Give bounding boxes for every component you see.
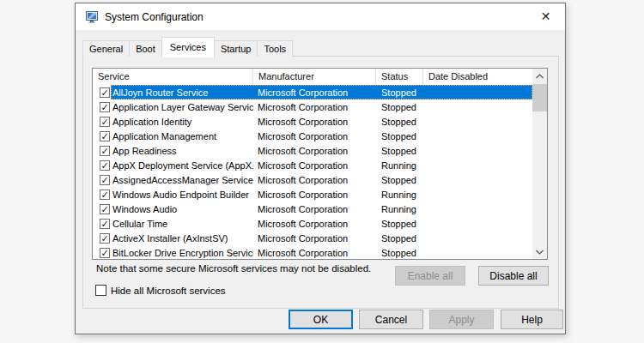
- service-row[interactable]: ✓AllJoyn Router ServiceMicrosoft Corpora…: [93, 85, 532, 99]
- service-row[interactable]: ✓AppX Deployment Service (AppX...Microso…: [93, 158, 532, 172]
- service-manufacturer: Microsoft Corporation: [253, 233, 376, 244]
- service-name: Windows Audio Endpoint Builder: [111, 190, 253, 200]
- checkbox-label: Hide all Microsoft services: [111, 286, 226, 296]
- service-status: Stopped: [376, 131, 423, 141]
- service-checkbox[interactable]: ✓: [100, 204, 110, 214]
- cancel-button[interactable]: Cancel: [359, 310, 423, 329]
- service-checkbox-cell: ✓: [93, 143, 111, 158]
- services-list[interactable]: ServiceManufacturerStatusDate Disabled ✓…: [92, 68, 548, 260]
- scrollbar-thumb[interactable]: [532, 84, 547, 111]
- service-row-main: BitLocker Drive Encryption ServiceMicros…: [111, 245, 532, 259]
- service-checkbox-cell: ✓: [93, 99, 111, 114]
- service-row-main: Cellular TimeMicrosoft CorporationStoppe…: [111, 216, 532, 231]
- tab-bar: GeneralBootServicesStartupTools: [82, 37, 292, 57]
- service-checkbox-cell: ✓: [93, 202, 111, 216]
- service-checkbox-cell: ✓: [93, 216, 111, 231]
- service-checkbox[interactable]: ✓: [100, 219, 110, 229]
- service-manufacturer: Microsoft Corporation: [253, 102, 376, 112]
- service-row[interactable]: ✓Application IdentityMicrosoft Corporati…: [93, 114, 532, 129]
- service-checkbox-cell: ✓: [93, 85, 111, 99]
- tab-tools[interactable]: Tools: [257, 40, 293, 57]
- service-name: Windows Audio: [111, 204, 253, 214]
- service-checkbox-cell: ✓: [93, 187, 111, 202]
- tab-boot[interactable]: Boot: [129, 40, 162, 57]
- disable-all-button[interactable]: Disable all: [478, 266, 549, 286]
- service-manufacturer: Microsoft Corporation: [253, 146, 376, 156]
- hide-microsoft-services-checkbox[interactable]: Hide all Microsoft services: [95, 285, 226, 296]
- service-row-main: AssignedAccessManager ServiceMicrosoft C…: [111, 172, 532, 187]
- service-name: Application Identity: [111, 117, 253, 127]
- service-name: ActiveX Installer (AxInstSV): [111, 233, 253, 244]
- service-checkbox[interactable]: ✓: [100, 117, 110, 127]
- list-header: ServiceManufacturerStatusDate Disabled: [93, 69, 532, 85]
- tab-services[interactable]: Services: [161, 37, 215, 57]
- service-row[interactable]: ✓App ReadinessMicrosoft CorporationStopp…: [93, 143, 532, 158]
- service-row-main: ActiveX Installer (AxInstSV)Microsoft Co…: [111, 231, 532, 245]
- enable-all-button[interactable]: Enable all: [395, 266, 465, 286]
- scroll-up-icon[interactable]: [532, 69, 547, 83]
- service-row-main: AppX Deployment Service (AppX...Microsof…: [111, 158, 532, 172]
- service-manufacturer: Microsoft Corporation: [253, 117, 376, 127]
- service-row[interactable]: ✓Windows Audio Endpoint BuilderMicrosoft…: [93, 187, 532, 202]
- service-row[interactable]: ✓BitLocker Drive Encryption ServiceMicro…: [93, 245, 532, 259]
- service-name: Application Management: [111, 131, 253, 141]
- service-row-main: Windows Audio Endpoint BuilderMicrosoft …: [111, 187, 532, 202]
- service-row[interactable]: ✓Windows AudioMicrosoft CorporationRunni…: [93, 202, 532, 216]
- service-row-main: Windows AudioMicrosoft CorporationRunnin…: [111, 202, 532, 216]
- service-name: BitLocker Drive Encryption Service: [111, 248, 253, 258]
- service-status: Running: [376, 204, 423, 214]
- service-row[interactable]: ✓Application ManagementMicrosoft Corpora…: [93, 129, 532, 143]
- tab-startup[interactable]: Startup: [214, 40, 258, 57]
- service-row[interactable]: ✓Application Layer Gateway ServiceMicros…: [93, 99, 532, 114]
- service-name: Application Layer Gateway Service: [111, 102, 253, 112]
- service-checkbox[interactable]: ✓: [100, 102, 110, 112]
- desktop: System Configuration ✕ GeneralBootServic…: [0, 0, 644, 343]
- help-button[interactable]: Help: [501, 310, 563, 329]
- service-checkbox[interactable]: ✓: [100, 146, 110, 156]
- msconfig-app-icon: [86, 11, 98, 23]
- service-row-main: Application IdentityMicrosoft Corporatio…: [111, 114, 532, 129]
- column-header-service[interactable]: Service: [93, 69, 253, 85]
- service-row[interactable]: ✓ActiveX Installer (AxInstSV)Microsoft C…: [93, 231, 532, 245]
- ok-button[interactable]: OK: [289, 310, 353, 329]
- services-tab-panel: ServiceManufacturerStatusDate Disabled ✓…: [82, 56, 559, 309]
- column-header-date-disabled[interactable]: Date Disabled: [423, 69, 532, 85]
- service-checkbox[interactable]: ✓: [100, 160, 110, 171]
- service-status: Stopped: [376, 87, 423, 98]
- service-checkbox[interactable]: ✓: [100, 175, 110, 185]
- service-checkbox[interactable]: ✓: [100, 233, 110, 244]
- vertical-scrollbar[interactable]: [532, 69, 547, 259]
- service-checkbox-cell: ✓: [93, 231, 111, 245]
- service-status: Stopped: [376, 248, 423, 258]
- service-status: Running: [376, 190, 423, 200]
- service-manufacturer: Microsoft Corporation: [253, 204, 376, 214]
- secure-services-note: Note that some secure Microsoft services…: [96, 263, 371, 274]
- service-row[interactable]: ✓Cellular TimeMicrosoft CorporationStopp…: [93, 216, 532, 231]
- service-manufacturer: Microsoft Corporation: [253, 219, 376, 229]
- service-checkbox[interactable]: ✓: [100, 131, 110, 141]
- service-status: Stopped: [376, 219, 423, 229]
- checkbox-box[interactable]: [95, 285, 106, 296]
- titlebar[interactable]: System Configuration ✕: [76, 3, 565, 30]
- service-checkbox[interactable]: ✓: [100, 87, 110, 98]
- service-manufacturer: Microsoft Corporation: [253, 190, 376, 200]
- apply-button[interactable]: Apply: [429, 310, 494, 329]
- service-row-main: Application Layer Gateway ServiceMicroso…: [111, 99, 532, 114]
- service-checkbox[interactable]: ✓: [100, 190, 110, 200]
- column-header-manufacturer[interactable]: Manufacturer: [253, 69, 376, 85]
- service-checkbox[interactable]: ✓: [100, 248, 110, 258]
- service-manufacturer: Microsoft Corporation: [253, 131, 376, 141]
- service-name: AppX Deployment Service (AppX...: [111, 160, 253, 171]
- service-status: Stopped: [376, 233, 423, 244]
- service-row[interactable]: ✓AssignedAccessManager ServiceMicrosoft …: [93, 172, 532, 187]
- close-button[interactable]: ✕: [526, 3, 565, 29]
- tab-general[interactable]: General: [82, 40, 130, 57]
- service-checkbox-cell: ✓: [93, 172, 111, 187]
- scroll-down-icon[interactable]: [532, 244, 547, 259]
- service-status: Stopped: [376, 175, 423, 185]
- service-checkbox-cell: ✓: [93, 158, 111, 172]
- service-manufacturer: Microsoft Corporation: [253, 248, 376, 258]
- column-header-status[interactable]: Status: [376, 69, 423, 85]
- service-name: App Readiness: [111, 146, 253, 156]
- service-status: Stopped: [376, 146, 423, 156]
